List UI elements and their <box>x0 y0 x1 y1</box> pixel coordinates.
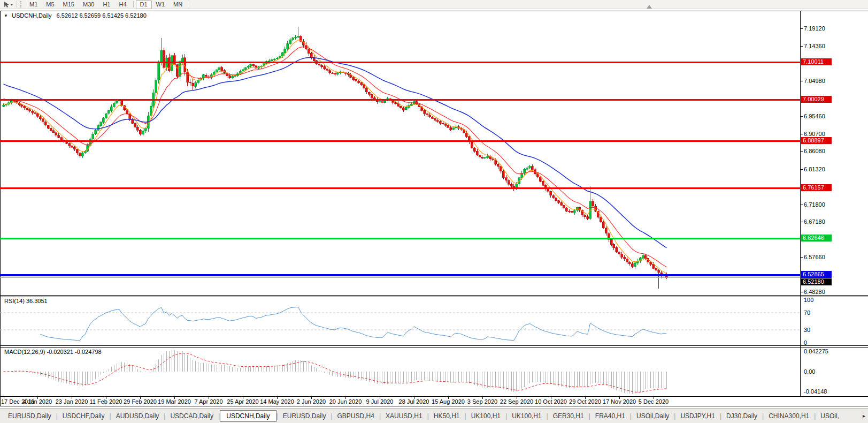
candlestick-series <box>3 27 668 289</box>
price-level-label-6.62646: 6.62646 <box>801 235 832 241</box>
date-axis-label: 7 Apr 2020 <box>194 398 222 405</box>
price-level-label-6.76157: 6.76157 <box>801 184 832 191</box>
chart-tab-dj30-daily[interactable]: DJ30,Daily <box>721 411 762 421</box>
chart-tab-hk50-h1[interactable]: HK50,H1 <box>429 411 465 421</box>
date-axis-label: 2 Jun 2020 <box>297 398 326 405</box>
legend-symbol: USDCNH,Daily <box>12 12 52 19</box>
date-axis-label: 11 Feb 2020 <box>90 398 122 405</box>
chart-tab-usdcad-daily[interactable]: USDCAD,Daily <box>165 411 218 421</box>
rsi-line <box>40 307 666 341</box>
date-axis-label: 19 Mar 2020 <box>158 398 191 405</box>
price-axis-tick-label: 6.86080 <box>804 148 825 154</box>
macd-panel <box>4 350 667 394</box>
price-axis-tick-label: 7.19120 <box>804 25 825 32</box>
rsi-axis-label: 100 <box>804 297 813 303</box>
rsi-axis-label: 70 <box>804 309 810 316</box>
date-axis-label: 25 Apr 2020 <box>227 398 258 405</box>
date-axis-label: 9 Jul 2020 <box>366 398 394 405</box>
chart-tab-usdcnh-daily[interactable]: USDCNH,Daily <box>220 410 276 422</box>
price-axis-tick-label: 6.71800 <box>804 201 825 208</box>
price-level-label-7.10011: 7.10011 <box>801 58 832 65</box>
tab-scroll-right-icon[interactable]: ▸ <box>860 413 868 419</box>
date-axis-label: 3 Sep 2020 <box>467 398 497 405</box>
chart-tab-usoil-daily[interactable]: USOil,Daily <box>632 411 674 421</box>
chart-tab-usdjpy-h1[interactable]: USDJPY,H1 <box>675 411 719 421</box>
macd-axis-label: 0.00 <box>804 368 815 375</box>
rsi-panel <box>0 307 800 341</box>
price-chart-canvas[interactable] <box>0 0 868 407</box>
macd-axis-label: 0.042275 <box>804 348 828 354</box>
rsi-indicator-label: RSI(14) 36.3051 <box>4 298 48 304</box>
date-axis-label: 10 Oct 2020 <box>535 398 567 405</box>
price-axis-tick-label: 7.14360 <box>804 43 825 49</box>
chart-tab-china300-h1[interactable]: CHINA300,H1 <box>764 411 814 421</box>
date-axis-label: 15 Aug 2020 <box>432 398 465 405</box>
chart-legend: ▼ USDCNH,Daily 6.52612 6.52659 6.51425 6… <box>4 12 147 19</box>
date-axis-label: 28 Jul 2020 <box>399 398 429 405</box>
date-axis-label: 22 Sep 2020 <box>500 398 533 405</box>
price-level-label-6.52865: 6.52865 <box>801 271 832 278</box>
macd-indicator-label: MACD(12,26,9) -0.020321 -0.024798 <box>4 349 102 355</box>
price-axis-tick-label: 6.57660 <box>804 254 825 260</box>
axis-ticks <box>4 29 803 399</box>
chart-frame <box>0 11 868 406</box>
chart-tab-uk100-h1[interactable]: UK100,H1 <box>466 411 505 421</box>
date-axis-label: 5 Dec 2020 <box>639 398 669 405</box>
price-axis-tick-label: 6.48280 <box>804 289 825 295</box>
date-axis-label: 17 Nov 2020 <box>603 398 636 405</box>
current-price-label: 6.52180 <box>801 278 832 285</box>
date-axis-label: 20 Jun 2020 <box>329 398 362 405</box>
date-axis-label: 29 Feb 2020 <box>124 398 157 405</box>
chart-tab-usoil-[interactable]: USOil, <box>816 411 844 421</box>
price-axis-tick-label: 6.67180 <box>804 218 825 225</box>
price-axis-tick-label: 7.04980 <box>804 78 825 84</box>
macd-histogram <box>6 350 666 394</box>
chart-tab-audusd-daily[interactable]: AUDUSD,Daily <box>111 411 164 421</box>
price-axis-tick-label: 6.81320 <box>804 166 825 172</box>
date-axis-label: 4 Jan 2020 <box>23 398 52 405</box>
date-axis-label: 14 May 2020 <box>260 398 294 405</box>
scroll-marker-icon <box>647 5 652 9</box>
date-axis-label: 23 Jan 2020 <box>56 398 88 405</box>
chart-tab-uk100-h1[interactable]: UK100,H1 <box>507 411 546 421</box>
ma-slow-line <box>4 58 667 248</box>
price-axis-tick-label: 6.95460 <box>804 113 825 119</box>
chart-tab-usdchf-daily[interactable]: USDCHF,Daily <box>58 411 110 421</box>
legend-collapse-icon[interactable]: ▼ <box>4 13 8 18</box>
legend-ohlc: 6.52612 6.52659 6.51425 6.52180 <box>57 12 147 19</box>
rsi-axis-label: 30 <box>804 327 810 333</box>
chart-tab-eurusd-daily[interactable]: EURUSD,Daily <box>3 411 56 421</box>
chart-tabs: EURUSD,Daily|USDCHF,Daily|AUDUSD,Daily|U… <box>3 410 844 422</box>
price-levels <box>0 63 800 278</box>
price-level-label-6.88897: 6.88897 <box>801 137 832 144</box>
rsi-axis-label: 0 <box>804 339 807 346</box>
chart-tab-fra40-h1[interactable]: FRA40,H1 <box>590 411 630 421</box>
chart-tab-gbpusd-h4[interactable]: GBPUSD,H4 <box>333 411 379 421</box>
ma-medium-line <box>4 47 667 267</box>
price-axis-tick-label: 6.90700 <box>804 131 825 137</box>
price-level-label-7.00029: 7.00029 <box>801 96 832 103</box>
macd-axis-label: -0.04148 <box>804 388 827 395</box>
chart-tab-eurusd-daily[interactable]: EURUSD,Daily <box>278 411 331 421</box>
date-axis-label: 29 Oct 2020 <box>569 398 601 405</box>
chart-tab-ger30-h1[interactable]: GER30,H1 <box>548 411 589 421</box>
chart-tab-bar: EURUSD,Daily|USDCHF,Daily|AUDUSD,Daily|U… <box>0 408 868 423</box>
chart-tab-xauusd-h1[interactable]: XAUUSD,H1 <box>381 411 427 421</box>
